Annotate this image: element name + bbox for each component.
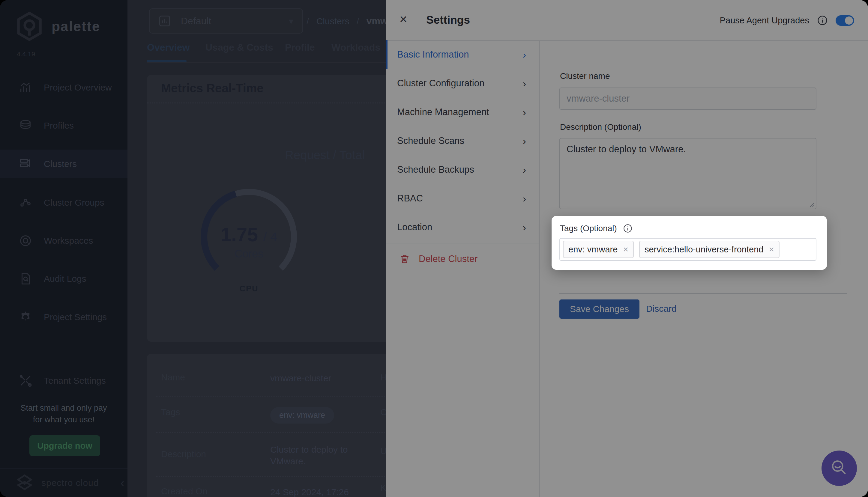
app-window: palette 4.4.19 Project Overview Profiles…: [0, 0, 868, 497]
remove-tag-icon[interactable]: ×: [769, 244, 774, 255]
tags-header: Tags (Optional): [560, 224, 632, 233]
tags-label: Tags (Optional): [560, 224, 617, 233]
tags-input[interactable]: env: vmware × service:hello-universe-fro…: [559, 238, 816, 261]
remove-tag-icon[interactable]: ×: [623, 244, 628, 255]
info-icon[interactable]: [623, 224, 632, 233]
tags-spotlight-card: Tags (Optional) env: vmware × service:he…: [551, 216, 827, 270]
tag-chip-service-hello-universe-frontend: service:hello-universe-frontend ×: [639, 241, 780, 258]
tag-chip-env-vmware: env: vmware ×: [563, 241, 634, 258]
